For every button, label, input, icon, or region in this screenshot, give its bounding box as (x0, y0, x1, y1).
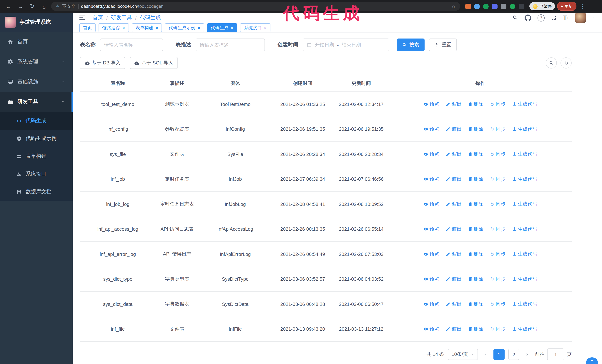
edit-link[interactable]: 编辑 (446, 201, 461, 207)
browser-menu-icon[interactable] (579, 3, 587, 9)
search-button[interactable]: 搜索 (397, 39, 425, 51)
generate-code-link[interactable]: 生成代码 (512, 101, 537, 107)
page-button-1[interactable]: 1 (494, 349, 505, 360)
delete-link[interactable]: 删除 (468, 151, 483, 157)
delete-link[interactable]: 删除 (468, 176, 483, 182)
forward-icon[interactable] (16, 1, 25, 11)
sync-link[interactable]: 同步 (490, 301, 505, 307)
breadcrumb-section[interactable]: 研发工具 (111, 14, 132, 21)
close-tab-icon[interactable] (231, 25, 234, 30)
preview-link[interactable]: 预览 (424, 276, 439, 282)
tab-codegen-example[interactable]: 代码生成示例 (165, 23, 204, 32)
extension-icon[interactable] (465, 3, 471, 9)
sync-link[interactable]: 同步 (490, 151, 505, 157)
edit-link[interactable]: 编辑 (446, 251, 461, 257)
preview-link[interactable]: 预览 (424, 251, 439, 257)
sync-link[interactable]: 同步 (490, 101, 505, 107)
delete-link[interactable]: 删除 (468, 301, 483, 307)
sidebar-item-system[interactable]: 系统管理 (0, 52, 73, 72)
avatar-dropdown-icon[interactable] (592, 16, 596, 20)
page-button-2[interactable]: 2 (508, 349, 519, 360)
sidebar-item-home[interactable]: 首页 (0, 32, 73, 52)
sync-link[interactable]: 同步 (490, 251, 505, 257)
sidebar-item-form-builder[interactable]: 表单构建 (0, 147, 73, 165)
address-bar[interactable]: 不安全 dashboard.yudao.iocoder.cn/tool/code… (51, 2, 460, 11)
generate-code-link[interactable]: 生成代码 (512, 151, 537, 157)
sidebar-item-codegen-example[interactable]: 代码生成示例 (0, 130, 73, 147)
help-icon[interactable] (538, 14, 545, 21)
next-page-button[interactable] (523, 349, 531, 360)
extension-icon[interactable] (492, 3, 497, 9)
preview-link[interactable]: 预览 (424, 326, 439, 332)
table-name-input[interactable] (100, 39, 163, 51)
search-toggle-button[interactable] (546, 57, 557, 69)
delete-link[interactable]: 删除 (468, 201, 483, 207)
delete-link[interactable]: 删除 (468, 326, 483, 332)
generate-code-link[interactable]: 生成代码 (512, 326, 537, 332)
edit-link[interactable]: 编辑 (446, 176, 461, 182)
page-size-select[interactable]: 10条/页 (448, 349, 478, 360)
close-tab-icon[interactable] (155, 25, 158, 30)
sidebar-item-infrastructure[interactable]: 基础设施 (0, 72, 73, 92)
import-sql-button[interactable]: 基于 SQL 导入 (130, 57, 178, 69)
edit-link[interactable]: 编辑 (446, 326, 461, 332)
tab-home[interactable]: 首页 (79, 23, 96, 32)
user-avatar[interactable] (575, 13, 586, 23)
preview-link[interactable]: 预览 (424, 101, 439, 107)
goto-page-input[interactable] (547, 348, 564, 360)
sync-link[interactable]: 同步 (490, 176, 505, 182)
collapse-menu-icon[interactable] (78, 14, 86, 21)
sync-link[interactable]: 同步 (490, 276, 505, 282)
tab-tracing[interactable]: 链路追踪 (98, 23, 129, 32)
import-db-button[interactable]: 基于 DB 导入 (80, 57, 125, 69)
date-range-picker[interactable]: 开始日期 - 结束日期 (303, 39, 389, 51)
delete-link[interactable]: 删除 (468, 101, 483, 107)
edit-link[interactable]: 编辑 (446, 101, 461, 107)
sidebar-item-devtools[interactable]: 研发工具 (0, 92, 73, 112)
edit-link[interactable]: 编辑 (446, 301, 461, 307)
reset-button[interactable]: 重置 (429, 39, 457, 51)
sidebar-item-database-doc[interactable]: 数据库文档 (0, 183, 73, 201)
edit-link[interactable]: 编辑 (446, 151, 461, 157)
tab-form-builder[interactable]: 表单构建 (132, 23, 162, 32)
sidebar-item-codegen[interactable]: 代码生成 (0, 112, 73, 130)
refresh-table-button[interactable] (560, 57, 572, 69)
extension-icon[interactable] (483, 3, 489, 9)
close-tab-icon[interactable] (264, 25, 267, 30)
preview-link[interactable]: 预览 (424, 151, 439, 157)
reload-icon[interactable] (27, 1, 37, 11)
sync-link[interactable]: 同步 (490, 226, 505, 232)
preview-link[interactable]: 预览 (424, 176, 439, 182)
extension-icon[interactable] (474, 3, 480, 9)
edit-link[interactable]: 编辑 (446, 226, 461, 232)
prev-page-button[interactable] (482, 349, 490, 360)
preview-link[interactable]: 预览 (424, 126, 439, 132)
update-button[interactable]: 更新 (557, 2, 576, 11)
generate-code-link[interactable]: 生成代码 (512, 201, 537, 207)
preview-link[interactable]: 预览 (424, 201, 439, 207)
sync-link[interactable]: 同步 (490, 126, 505, 132)
delete-link[interactable]: 删除 (468, 226, 483, 232)
fullscreen-icon[interactable] (551, 15, 557, 21)
font-size-icon[interactable] (563, 14, 569, 21)
generate-code-link[interactable]: 生成代码 (512, 251, 537, 257)
edit-link[interactable]: 编辑 (446, 126, 461, 132)
extension-icon[interactable] (519, 3, 524, 9)
search-icon[interactable] (512, 15, 518, 21)
tab-api[interactable]: 系统接口 (240, 23, 270, 32)
breadcrumb-home[interactable]: 首页 (93, 14, 103, 21)
back-icon[interactable] (4, 1, 13, 11)
extension-icon[interactable] (501, 3, 506, 9)
generate-code-link[interactable]: 生成代码 (512, 226, 537, 232)
edit-link[interactable]: 编辑 (446, 276, 461, 282)
bookmark-star-icon[interactable] (452, 3, 456, 9)
delete-link[interactable]: 删除 (468, 276, 483, 282)
close-tab-icon[interactable] (122, 25, 125, 30)
home-icon[interactable] (39, 1, 49, 11)
sync-link[interactable]: 同步 (490, 326, 505, 332)
extension-icon[interactable] (510, 3, 515, 9)
delete-link[interactable]: 删除 (468, 251, 483, 257)
generate-code-link[interactable]: 生成代码 (512, 126, 537, 132)
tab-codegen[interactable]: 代码生成 (207, 23, 237, 32)
table-desc-input[interactable] (196, 39, 265, 51)
